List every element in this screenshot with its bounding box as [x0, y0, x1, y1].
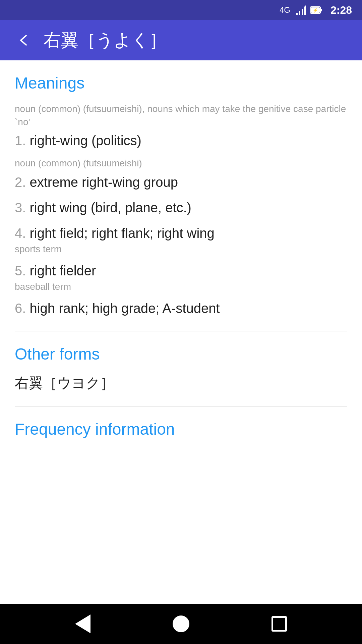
nav-bar — [0, 604, 362, 644]
meaning-number-3: 3. — [15, 200, 26, 215]
meaning-number-2: 2. — [15, 175, 26, 190]
other-forms-title: Other forms — [15, 345, 347, 363]
term-label-4: sports term — [15, 244, 347, 255]
meaning-text-6: 6. high rank; high grade; A-student — [15, 299, 347, 318]
home-circle-icon — [173, 615, 189, 632]
divider-1 — [15, 331, 347, 331]
meaning-text-5: 5. right fielder — [15, 261, 347, 280]
meaning-item-5: 5. right fielder baseball term — [15, 261, 347, 292]
svg-marker-2 — [299, 11, 300, 15]
svg-text:⚡: ⚡ — [313, 7, 318, 13]
status-bar: 4G ⚡ 2:28 — [0, 0, 362, 20]
other-forms-section: Other forms 右翼［ウヨク］ — [15, 345, 347, 393]
meaning-value-4: right field; right flank; right wing — [29, 226, 214, 240]
meaning-text-1: 1. right-wing (politics) — [15, 131, 347, 150]
meaning-value-6: high rank; high grade; A-student — [29, 301, 220, 316]
meaning-item-4: 4. right field; right flank; right wing … — [15, 224, 347, 255]
meaning-item-1: 1. right-wing (politics) — [15, 131, 347, 150]
main-content: Meanings noun (common) (futsuumeishi), n… — [0, 60, 362, 604]
meaning-item-2: 2. extreme right-wing group — [15, 173, 347, 192]
meaning-group-2: noun (common) (futsuumeishi) 2. extreme … — [15, 157, 347, 317]
nav-back-button[interactable] — [73, 614, 93, 634]
meaning-value-2: extreme right-wing group — [29, 175, 178, 190]
pos-label-2: noun (common) (futsuumeishi) — [15, 157, 347, 170]
nav-recent-button[interactable] — [269, 614, 289, 634]
meaning-item-6: 6. high rank; high grade; A-student — [15, 299, 347, 318]
svg-marker-0 — [304, 5, 306, 15]
status-icons: 4G ⚡ 2:28 — [280, 4, 352, 16]
meanings-title: Meanings — [15, 74, 347, 92]
term-label-5: baseball term — [15, 281, 347, 292]
network-label: 4G — [280, 5, 290, 15]
meaning-value-5: right fielder — [29, 263, 96, 278]
app-bar-title: 右翼［うよく］ — [44, 29, 167, 52]
meaning-number-1: 1. — [15, 133, 26, 148]
back-button[interactable] — [13, 30, 34, 50]
meaning-number-5: 5. — [15, 263, 26, 278]
clock: 2:28 — [330, 4, 352, 16]
nav-home-button[interactable] — [171, 614, 191, 634]
divider-2 — [15, 406, 347, 407]
recent-square-icon — [272, 616, 287, 632]
signal-icon — [295, 5, 306, 15]
meaning-text-3: 3. right wing (bird, plane, etc.) — [15, 198, 347, 217]
meaning-value-3: right wing (bird, plane, etc.) — [29, 200, 191, 215]
app-bar: 右翼［うよく］ — [0, 20, 362, 60]
frequency-title: Frequency information — [15, 420, 347, 438]
frequency-section: Frequency information — [15, 420, 347, 438]
back-triangle-icon — [75, 614, 90, 633]
meaning-text-2: 2. extreme right-wing group — [15, 173, 347, 192]
pos-label-1: noun (common) (futsuumeishi), nouns whic… — [15, 102, 347, 128]
other-forms-text-1: 右翼［ウヨク］ — [15, 373, 347, 393]
meaning-item-3: 3. right wing (bird, plane, etc.) — [15, 198, 347, 217]
meaning-group-1: noun (common) (futsuumeishi), nouns whic… — [15, 102, 347, 150]
svg-marker-3 — [296, 13, 298, 15]
svg-rect-5 — [320, 9, 322, 11]
meaning-number-6: 6. — [15, 301, 26, 316]
svg-marker-1 — [302, 9, 303, 15]
battery-icon: ⚡ — [310, 5, 322, 15]
meaning-text-4: 4. right field; right flank; right wing — [15, 224, 347, 243]
meanings-section: Meanings noun (common) (futsuumeishi), n… — [15, 74, 347, 318]
meaning-number-4: 4. — [15, 226, 26, 240]
meaning-value-1: right-wing (politics) — [29, 133, 141, 148]
